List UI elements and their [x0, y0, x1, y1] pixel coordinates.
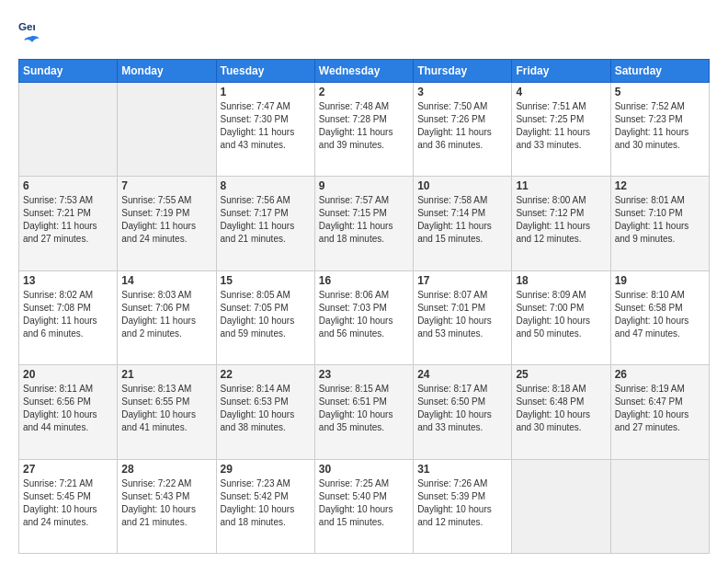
logo-bird-icon: [21, 35, 40, 50]
day-info: Sunrise: 7:58 AM Sunset: 7:14 PM Dayligh…: [417, 194, 507, 246]
day-info: Sunrise: 7:55 AM Sunset: 7:19 PM Dayligh…: [121, 194, 211, 246]
day-info: Sunrise: 7:25 AM Sunset: 5:40 PM Dayligh…: [319, 477, 409, 529]
calendar-cell: 17Sunrise: 8:07 AM Sunset: 7:01 PM Dayli…: [414, 270, 512, 364]
page: General SundayMondayTuesdayWednesdayThur…: [0, 0, 728, 563]
day-info: Sunrise: 8:11 AM Sunset: 6:56 PM Dayligh…: [23, 383, 113, 434]
calendar-cell: 28Sunrise: 7:22 AM Sunset: 5:43 PM Dayli…: [118, 459, 216, 553]
day-number: 15: [221, 274, 311, 287]
day-number: 23: [319, 368, 409, 381]
calendar-cell: 27Sunrise: 7:21 AM Sunset: 5:45 PM Dayli…: [19, 459, 118, 553]
calendar-cell: 6Sunrise: 7:53 AM Sunset: 7:21 PM Daylig…: [19, 177, 118, 270]
calendar-week-2: 6Sunrise: 7:53 AM Sunset: 7:21 PM Daylig…: [19, 177, 710, 270]
day-info: Sunrise: 8:00 AM Sunset: 7:12 PM Dayligh…: [516, 194, 606, 246]
day-number: 31: [417, 463, 507, 476]
day-info: Sunrise: 8:03 AM Sunset: 7:06 PM Dayligh…: [121, 289, 211, 340]
day-number: 17: [417, 274, 507, 287]
day-number: 5: [615, 86, 705, 98]
day-number: 3: [417, 86, 507, 98]
day-number: 10: [417, 179, 507, 192]
day-info: Sunrise: 7:22 AM Sunset: 5:43 PM Dayligh…: [121, 477, 211, 529]
weekday-header-row: SundayMondayTuesdayWednesdayThursdayFrid…: [19, 60, 710, 83]
calendar-cell: 18Sunrise: 8:09 AM Sunset: 7:00 PM Dayli…: [512, 270, 610, 364]
weekday-saturday: Saturday: [610, 60, 709, 83]
day-number: 21: [121, 368, 211, 381]
calendar-cell: 31Sunrise: 7:26 AM Sunset: 5:39 PM Dayli…: [414, 459, 512, 553]
calendar-cell: 4Sunrise: 7:51 AM Sunset: 7:25 PM Daylig…: [512, 83, 610, 177]
calendar-cell: 23Sunrise: 8:15 AM Sunset: 6:51 PM Dayli…: [314, 365, 413, 459]
day-info: Sunrise: 8:07 AM Sunset: 7:01 PM Dayligh…: [417, 289, 507, 340]
calendar-cell: 12Sunrise: 8:01 AM Sunset: 7:10 PM Dayli…: [610, 177, 709, 270]
weekday-sunday: Sunday: [19, 60, 118, 83]
calendar-cell: [118, 83, 216, 177]
day-number: 25: [516, 368, 606, 381]
day-number: 11: [516, 179, 606, 192]
day-info: Sunrise: 8:19 AM Sunset: 6:47 PM Dayligh…: [615, 383, 705, 434]
day-info: Sunrise: 7:57 AM Sunset: 7:15 PM Dayligh…: [319, 194, 409, 246]
calendar-cell: 5Sunrise: 7:52 AM Sunset: 7:23 PM Daylig…: [610, 83, 709, 177]
logo-icon: General: [18, 18, 35, 35]
header: General: [18, 18, 710, 50]
calendar-week-5: 27Sunrise: 7:21 AM Sunset: 5:45 PM Dayli…: [19, 459, 710, 553]
calendar-cell: 14Sunrise: 8:03 AM Sunset: 7:06 PM Dayli…: [118, 270, 216, 364]
day-info: Sunrise: 8:17 AM Sunset: 6:50 PM Dayligh…: [417, 383, 507, 434]
day-number: 19: [615, 274, 705, 287]
day-info: Sunrise: 7:52 AM Sunset: 7:23 PM Dayligh…: [615, 100, 705, 152]
weekday-monday: Monday: [118, 60, 216, 83]
calendar-cell: 26Sunrise: 8:19 AM Sunset: 6:47 PM Dayli…: [610, 365, 709, 459]
weekday-friday: Friday: [512, 60, 610, 83]
day-number: 13: [23, 274, 113, 287]
day-info: Sunrise: 7:48 AM Sunset: 7:28 PM Dayligh…: [319, 100, 409, 152]
day-info: Sunrise: 7:50 AM Sunset: 7:26 PM Dayligh…: [417, 100, 507, 152]
day-info: Sunrise: 8:06 AM Sunset: 7:03 PM Dayligh…: [319, 289, 409, 340]
calendar-cell: 9Sunrise: 7:57 AM Sunset: 7:15 PM Daylig…: [314, 177, 413, 270]
weekday-thursday: Thursday: [414, 60, 512, 83]
calendar-cell: 10Sunrise: 7:58 AM Sunset: 7:14 PM Dayli…: [414, 177, 512, 270]
day-number: 29: [221, 463, 311, 476]
calendar-cell: 1Sunrise: 7:47 AM Sunset: 7:30 PM Daylig…: [216, 83, 314, 177]
calendar-cell: [512, 459, 610, 553]
day-info: Sunrise: 7:23 AM Sunset: 5:42 PM Dayligh…: [221, 477, 311, 529]
calendar-cell: 11Sunrise: 8:00 AM Sunset: 7:12 PM Dayli…: [512, 177, 610, 270]
day-info: Sunrise: 7:51 AM Sunset: 7:25 PM Dayligh…: [516, 100, 606, 152]
day-number: 22: [221, 368, 311, 381]
day-info: Sunrise: 8:01 AM Sunset: 7:10 PM Dayligh…: [615, 194, 705, 246]
day-number: 14: [121, 274, 211, 287]
calendar-table: SundayMondayTuesdayWednesdayThursdayFrid…: [18, 59, 710, 554]
calendar-cell: 22Sunrise: 8:14 AM Sunset: 6:53 PM Dayli…: [216, 365, 314, 459]
day-info: Sunrise: 7:21 AM Sunset: 5:45 PM Dayligh…: [23, 477, 113, 529]
calendar-week-1: 1Sunrise: 7:47 AM Sunset: 7:30 PM Daylig…: [19, 83, 710, 177]
calendar-cell: 3Sunrise: 7:50 AM Sunset: 7:26 PM Daylig…: [414, 83, 512, 177]
calendar-cell: 15Sunrise: 8:05 AM Sunset: 7:05 PM Dayli…: [216, 270, 314, 364]
day-number: 20: [23, 368, 113, 381]
day-info: Sunrise: 7:26 AM Sunset: 5:39 PM Dayligh…: [417, 477, 507, 529]
svg-text:General: General: [18, 20, 35, 32]
weekday-tuesday: Tuesday: [216, 60, 314, 83]
day-number: 2: [319, 86, 409, 98]
day-number: 30: [319, 463, 409, 476]
calendar-cell: 13Sunrise: 8:02 AM Sunset: 7:08 PM Dayli…: [19, 270, 118, 364]
calendar-cell: 30Sunrise: 7:25 AM Sunset: 5:40 PM Dayli…: [314, 459, 413, 553]
calendar-cell: 24Sunrise: 8:17 AM Sunset: 6:50 PM Dayli…: [414, 365, 512, 459]
weekday-wednesday: Wednesday: [314, 60, 413, 83]
day-number: 6: [23, 179, 113, 192]
calendar-cell: 2Sunrise: 7:48 AM Sunset: 7:28 PM Daylig…: [314, 83, 413, 177]
day-info: Sunrise: 8:18 AM Sunset: 6:48 PM Dayligh…: [516, 383, 606, 434]
day-number: 28: [121, 463, 211, 476]
calendar-cell: 29Sunrise: 7:23 AM Sunset: 5:42 PM Dayli…: [216, 459, 314, 553]
calendar-cell: 21Sunrise: 8:13 AM Sunset: 6:55 PM Dayli…: [118, 365, 216, 459]
day-info: Sunrise: 7:47 AM Sunset: 7:30 PM Dayligh…: [221, 100, 311, 152]
day-number: 7: [121, 179, 211, 192]
day-info: Sunrise: 8:10 AM Sunset: 6:58 PM Dayligh…: [615, 289, 705, 340]
day-number: 16: [319, 274, 409, 287]
day-number: 8: [221, 179, 311, 192]
day-info: Sunrise: 7:56 AM Sunset: 7:17 PM Dayligh…: [221, 194, 311, 246]
day-info: Sunrise: 8:05 AM Sunset: 7:05 PM Dayligh…: [221, 289, 311, 340]
day-number: 24: [417, 368, 507, 381]
day-number: 9: [319, 179, 409, 192]
calendar-cell: 7Sunrise: 7:55 AM Sunset: 7:19 PM Daylig…: [118, 177, 216, 270]
calendar-week-3: 13Sunrise: 8:02 AM Sunset: 7:08 PM Dayli…: [19, 270, 710, 364]
day-info: Sunrise: 7:53 AM Sunset: 7:21 PM Dayligh…: [23, 194, 113, 246]
day-number: 4: [516, 86, 606, 98]
day-info: Sunrise: 8:13 AM Sunset: 6:55 PM Dayligh…: [121, 383, 211, 434]
day-number: 26: [615, 368, 705, 381]
